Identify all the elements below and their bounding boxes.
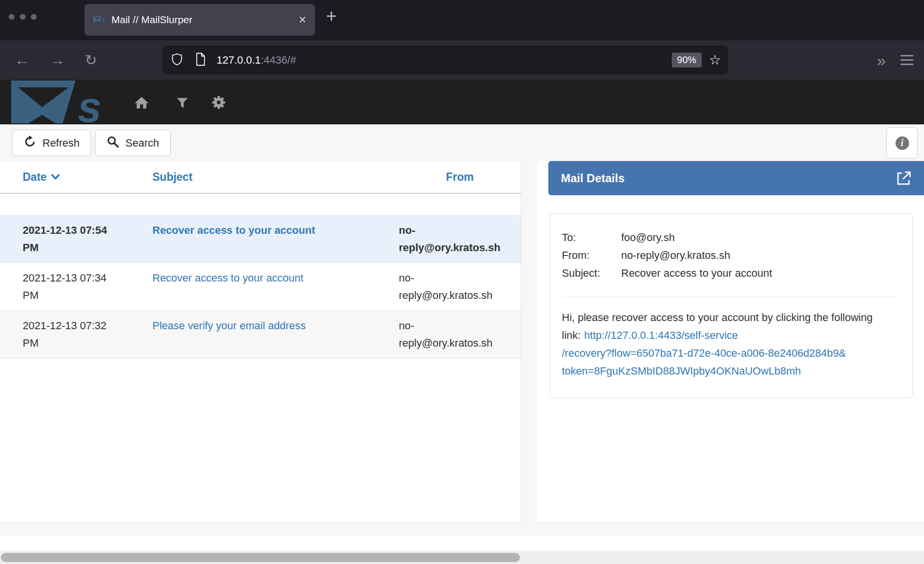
mailslurper-header: s: [0, 80, 924, 124]
to-value: foo@ory.sh: [621, 228, 901, 246]
mail-subject: Recover access to your account: [152, 222, 399, 256]
table-row[interactable]: 2021-12-13 07:34 PM Recover access to yo…: [0, 263, 521, 311]
content-area: Date Subject From 2021-12-13 07:54 PM Re…: [0, 161, 924, 537]
mail-date: 2021-12-13 07:32 PM: [23, 317, 117, 352]
back-button[interactable]: ←: [14, 51, 30, 69]
mail-subject-link[interactable]: Please verify your email address: [152, 320, 306, 332]
mail-details-panel: Mail Details To: foo@ory.sh From: no-re: [537, 161, 924, 523]
mailslurper-logo: s: [11, 81, 110, 125]
panel-gutter: [521, 161, 537, 537]
svg-text:s: s: [78, 83, 102, 123]
mail-from: no-reply@ory.kratos.sh: [399, 222, 501, 256]
mail-details-title: Mail Details: [561, 172, 625, 185]
mail-details-header: Mail Details: [548, 161, 924, 195]
svg-text:s: s: [102, 16, 105, 23]
sort-descending-chevron-icon: [51, 174, 60, 180]
url-host: 127.0.0.1: [217, 54, 261, 66]
field-subject: Subject: Recover access to your account: [562, 264, 901, 282]
open-external-icon[interactable]: [897, 171, 911, 186]
recovery-link-line3: token=8FguKzSMbID88JWIpby4OKNaUOwLb8mh: [562, 362, 878, 380]
url-text[interactable]: 127.0.0.1:4436/#: [217, 54, 296, 67]
browser-tab-bar: s Mail // MailSlurper × +: [0, 0, 924, 40]
search-button[interactable]: Search: [95, 130, 171, 156]
app-toolbar: Refresh Search i: [0, 124, 924, 161]
column-header-date[interactable]: Date: [23, 171, 152, 184]
filter-icon[interactable]: [177, 97, 188, 110]
column-header-from[interactable]: From: [399, 171, 521, 184]
recovery-link-line2: /recovery?flow=6507ba71-d72e-40ce-a006-8…: [562, 344, 878, 362]
info-icon: i: [896, 136, 909, 150]
mail-date: 2021-12-13 07:54 PM: [23, 222, 117, 256]
tab-favicon-mailslurper-icon: s: [93, 14, 106, 26]
field-to: To: foo@ory.sh: [562, 228, 901, 246]
refresh-button[interactable]: Refresh: [12, 130, 91, 156]
browser-navbar: ← → ↻ 127.0.0.1:4436/# 90% ☆ »: [0, 40, 924, 80]
reload-button[interactable]: ↻: [85, 52, 97, 68]
mail-subject-link[interactable]: Recover access to your account: [152, 224, 315, 236]
scrollbar-thumb[interactable]: [1, 553, 520, 562]
field-from: From: no-reply@ory.kratos.sh: [562, 246, 901, 264]
browser-window: s Mail // MailSlurper × + ← → ↻ 1: [0, 0, 924, 564]
home-icon[interactable]: [134, 96, 149, 111]
browser-tab[interactable]: s Mail // MailSlurper ×: [84, 4, 315, 36]
bottom-spacer: [0, 537, 924, 551]
new-tab-button[interactable]: +: [326, 7, 337, 25]
mail-list-panel: Date Subject From 2021-12-13 07:54 PM Re…: [0, 161, 521, 523]
info-button[interactable]: i: [886, 127, 918, 159]
mail-details-card: To: foo@ory.sh From: no-reply@ory.kratos…: [550, 213, 913, 398]
tab-close-icon[interactable]: ×: [299, 13, 306, 27]
date-column-label: Date: [23, 171, 47, 184]
mail-subject-link[interactable]: Recover access to your account: [152, 272, 303, 284]
mail-body: Hi, please recover access to your accoun…: [562, 309, 878, 380]
mail-rows: 2021-12-13 07:54 PM Recover access to yo…: [0, 215, 521, 359]
search-icon: [107, 135, 119, 151]
refresh-label: Refresh: [42, 137, 80, 149]
subject-value: Recover access to your account: [621, 264, 901, 282]
zoom-level-badge[interactable]: 90%: [672, 53, 702, 67]
to-label: To:: [562, 228, 621, 246]
refresh-icon: [24, 135, 36, 151]
card-divider: [562, 296, 901, 296]
mail-subject: Please verify your email address: [152, 317, 399, 352]
toolbar-overflow-icon[interactable]: »: [877, 52, 885, 68]
mail-list-header: Date Subject From: [0, 161, 521, 194]
from-label: From:: [562, 246, 621, 264]
subject-label: Subject:: [562, 264, 621, 282]
url-bar[interactable]: 127.0.0.1:4436/# 90% ☆: [163, 45, 728, 75]
recovery-link[interactable]: http://127.0.0.1:4433/self-service/recov…: [562, 329, 878, 380]
column-header-subject[interactable]: Subject: [152, 171, 399, 184]
shield-icon[interactable]: [171, 53, 183, 67]
gear-icon[interactable]: [212, 95, 226, 111]
search-label: Search: [125, 137, 159, 149]
page-info-icon[interactable]: [195, 53, 206, 68]
tab-title: Mail // MailSlurper: [111, 14, 192, 26]
horizontal-scrollbar[interactable]: [0, 551, 924, 564]
forward-button[interactable]: →: [50, 51, 65, 69]
recovery-link-line1: http://127.0.0.1:4433/self-service: [584, 329, 738, 341]
mail-from: no-reply@ory.kratos.sh: [399, 317, 501, 352]
window-controls[interactable]: [9, 14, 37, 20]
table-row[interactable]: 2021-12-13 07:54 PM Recover access to yo…: [0, 215, 521, 263]
table-row[interactable]: 2021-12-13 07:32 PM Please verify your e…: [0, 311, 521, 359]
mail-subject: Recover access to your account: [152, 269, 399, 304]
url-port-path: :4436/#: [261, 54, 296, 66]
mail-from: no-reply@ory.kratos.sh: [399, 269, 501, 304]
mail-date: 2021-12-13 07:34 PM: [23, 269, 117, 304]
from-value: no-reply@ory.kratos.sh: [621, 246, 901, 264]
menu-icon[interactable]: [900, 55, 913, 65]
bookmark-star-icon[interactable]: ☆: [709, 54, 721, 67]
